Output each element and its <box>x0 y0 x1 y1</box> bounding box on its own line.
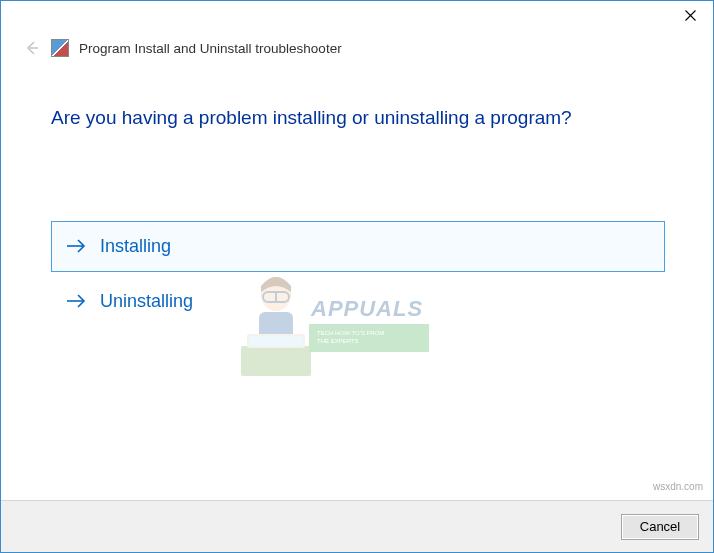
wizard-body: APPUALS TECH HOW-TO'S FROM THE EXPERTS A… <box>1 75 713 500</box>
window-titlebar <box>1 1 713 33</box>
troubleshooter-icon <box>51 39 69 57</box>
back-arrow-icon <box>23 39 41 57</box>
troubleshooter-window: Program Install and Uninstall troublesho… <box>0 0 714 553</box>
cancel-button[interactable]: Cancel <box>621 514 699 540</box>
option-label: Uninstalling <box>100 291 193 312</box>
watermark-tagline: TECH HOW-TO'S FROM THE EXPERTS <box>309 324 429 352</box>
svg-rect-8 <box>247 334 305 348</box>
back-button <box>23 39 41 57</box>
option-installing[interactable]: Installing <box>51 221 665 272</box>
svg-rect-7 <box>241 346 311 376</box>
wizard-footer: Cancel <box>1 500 713 552</box>
option-label: Installing <box>100 236 171 257</box>
svg-rect-9 <box>249 336 303 346</box>
wizard-title: Program Install and Uninstall troublesho… <box>79 41 342 56</box>
question-heading: Are you having a problem installing or u… <box>51 105 665 131</box>
close-icon <box>685 8 696 24</box>
wizard-header: Program Install and Uninstall troublesho… <box>1 33 713 75</box>
close-button[interactable] <box>667 1 713 31</box>
arrow-right-icon <box>66 236 86 256</box>
arrow-right-icon <box>66 291 86 311</box>
option-list: Installing Uninstalling <box>51 221 665 327</box>
option-uninstalling[interactable]: Uninstalling <box>51 276 665 327</box>
